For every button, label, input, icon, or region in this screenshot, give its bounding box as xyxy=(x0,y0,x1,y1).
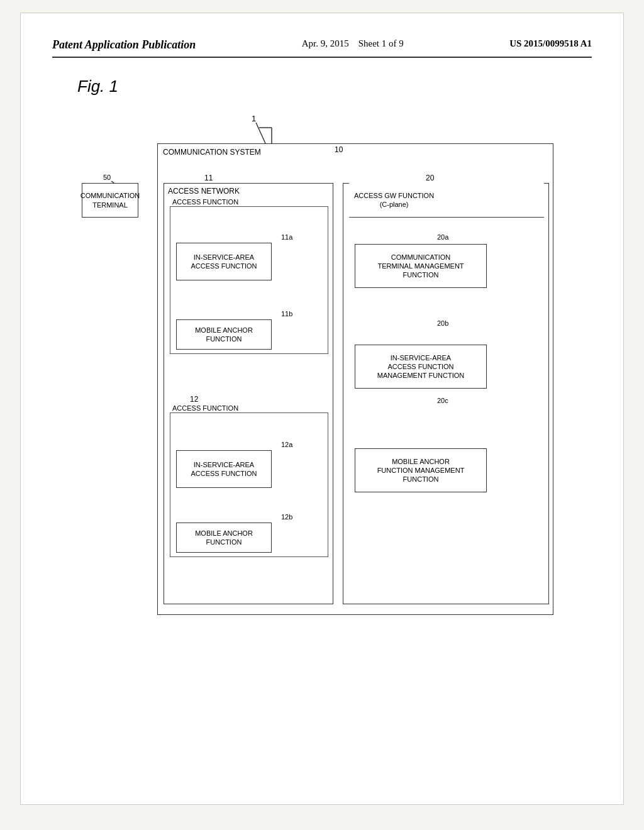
comm-terminal-mgmt-box: COMMUNICATION TERMINAL MANAGEMENT FUNCTI… xyxy=(355,244,487,288)
system-number-label: 1 xyxy=(252,114,256,123)
page: Patent Application Publication Apr. 9, 2… xyxy=(20,13,624,805)
access-func-12-id-label: 12 xyxy=(190,395,198,404)
in-service-mgmt-box: IN-SERVICE-AREA ACCESS FUNCTION MANAGEME… xyxy=(355,345,487,389)
svg-line-14 xyxy=(256,123,265,143)
publication-date-sheet: Apr. 9, 2015 Sheet 1 of 9 xyxy=(302,38,404,49)
in-service-mgmt-20c-label: 20c xyxy=(437,397,448,404)
diagram: 1 50 COMMUNICATION TERMINAL COMMUNICATIO… xyxy=(64,109,580,624)
mobile-anchor-mgmt-box: MOBILE ANCHOR FUNCTION MANAGEMENT FUNCTI… xyxy=(355,448,487,492)
comm-terminal-id-label: 50 xyxy=(103,174,111,181)
access-func-11-label: ACCESS FUNCTION xyxy=(172,198,238,206)
publication-date: Apr. 9, 2015 xyxy=(302,38,349,48)
comm-terminal-box: COMMUNICATION TERMINAL xyxy=(82,183,138,218)
in-service-11-box: IN-SERVICE-AREA ACCESS FUNCTION xyxy=(176,243,272,280)
in-service-11-id-label: 11a xyxy=(281,233,292,241)
figure-label: Fig. 1 xyxy=(77,77,592,96)
mobile-anchor-11-box: MOBILE ANCHOR FUNCTION xyxy=(176,319,272,350)
access-network-id-label: 11 xyxy=(204,174,213,182)
page-header: Patent Application Publication Apr. 9, 2… xyxy=(52,38,592,58)
sheet-info: Sheet 1 of 9 xyxy=(358,38,404,48)
comm-terminal-mgmt-20b-label: 20b xyxy=(437,319,448,327)
mobile-anchor-12-box: MOBILE ANCHOR FUNCTION xyxy=(176,523,272,553)
mobile-anchor-11-id-label: 11b xyxy=(281,310,292,318)
publication-number: US 2015/0099518 A1 xyxy=(509,38,592,49)
comm-system-id-label: 10 xyxy=(335,145,343,154)
publication-title: Patent Application Publication xyxy=(52,38,196,52)
mobile-anchor-12-id-label: 12b xyxy=(281,513,292,521)
in-service-12-box: IN-SERVICE-AREA ACCESS FUNCTION xyxy=(176,450,272,488)
access-func-12-label: ACCESS FUNCTION xyxy=(172,404,238,412)
gw-func-header: ACCESS GW FUNCTION (C-plane) xyxy=(349,183,544,218)
gw-func-20a-id-label: 20a xyxy=(437,233,448,241)
in-service-12-id-label: 12a xyxy=(281,441,292,448)
gw-id-label: 20 xyxy=(426,174,434,182)
